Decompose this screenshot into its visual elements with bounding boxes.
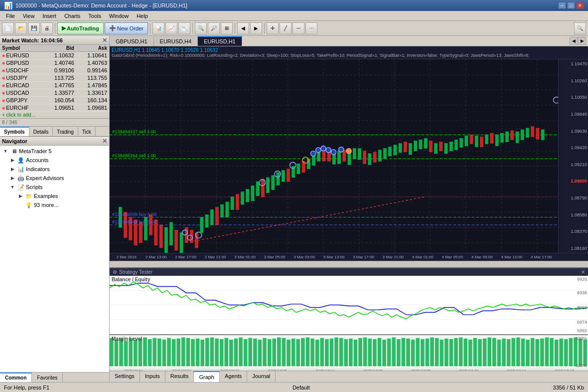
new-order-button[interactable]: ➕ New Order [105,22,148,34]
svg-text:#138484337 sell 3.00: #138484337 sell 3.00 [112,129,156,134]
mw-symbol-name: USDCHF [6,67,29,73]
navigator-close[interactable]: ✕ [102,138,107,145]
strategy-tab-graph[interactable]: Graph [194,371,220,382]
nav-item-examples[interactable]: ▶ 📁 Examples [1,192,108,200]
market-watch-row[interactable]: ◆ EURUSD 1.10632 1.10641 [0,52,109,59]
svg-rect-41 [175,230,178,250]
chart-tab-gbpusd[interactable]: GBPUSD,H1 [110,36,154,46]
chart-tab-eurusd-h4[interactable]: EURUSD,H4 [154,36,198,46]
autotrading-icon: ▶ [62,25,66,31]
margin-y-520: 520% [576,336,587,341]
time-14: 4 Mar 17:00 [527,255,556,259]
price-label-3: 1.09840 [560,112,587,117]
nav-item-scripts[interactable]: ▼ 📝 Scripts [1,183,108,192]
nav-expand-mt5: ▼ [2,148,9,155]
market-watch-row[interactable]: ◆ USDCAD 1.33577 1.33617 [0,89,109,97]
svg-rect-75 [312,155,315,165]
nav-tab-common[interactable]: Common [0,373,32,382]
menu-view[interactable]: View [19,12,39,20]
svg-rect-228 [497,340,501,366]
autotrading-button[interactable]: ▶ AutoTrading [57,22,104,34]
toolbar-hline-btn[interactable]: ─ [293,22,304,34]
menu-insert[interactable]: Insert [38,12,60,20]
mw-tab-details[interactable]: Details [29,127,53,136]
menu-file[interactable]: File [2,12,19,20]
svg-point-89 [339,147,344,152]
nav-tab-favorites[interactable]: Favorites [32,373,63,382]
maximize-button[interactable]: □ [567,2,575,9]
close-button[interactable]: ✕ [576,2,584,9]
toolbar-candle-btn[interactable]: 📈 [165,22,177,34]
nav-item-indicators[interactable]: ▶ 📊 Indicators [1,165,108,174]
menubar: File View Insert Charts Tools Window Hel… [0,11,588,21]
menu-charts[interactable]: Charts [60,12,84,20]
market-watch-row[interactable]: ◆ EURCHF 1.09651 1.09681 [0,104,109,112]
chart-scrollbar[interactable] [110,261,588,267]
mw-symbol-name: GBPJPY [6,97,27,103]
toolbar-print-btn[interactable]: 🖨 [41,22,53,34]
svg-rect-220 [459,338,463,367]
svg-rect-224 [478,339,482,366]
market-watch-row[interactable]: ◆ GBPUSD 1.40746 1.40763 [0,59,109,67]
nav-item-accounts[interactable]: ▶ 👤 Accounts [1,156,108,165]
mw-tab-symbols[interactable]: Symbols [0,127,29,136]
market-watch-row[interactable]: ◆ GBPJPY 160.054 160.134 [0,97,109,104]
market-watch-row[interactable]: ◆ EURCAD 1.47765 1.47845 [0,82,109,89]
toolbar-line-tool-btn[interactable]: ╱ [280,22,292,34]
strategy-tab-agents[interactable]: Agents [220,371,247,382]
toolbar-more-btn[interactable]: ⋯ [305,22,317,34]
toolbar-scroll-right-btn[interactable]: ▶ [250,22,262,34]
toolbar-zoom-out-btn[interactable]: 🔎 [208,22,220,34]
toolbar-fit-btn[interactable]: ⊞ [221,22,233,34]
toolbar-bar-chart-btn[interactable]: 📊 [152,22,164,34]
svg-rect-120 [506,132,509,142]
price-label-0: 1.10470 [560,61,587,66]
market-watch-row[interactable]: ◆ USDCHF 0.99106 0.99146 [0,67,109,74]
toolbar-scroll-left-btn[interactable]: ◀ [237,22,249,34]
chart-prev-btn[interactable]: ◀ [570,37,578,45]
toolbar-line-btn[interactable]: 📉 [178,22,190,34]
nav-item-ea[interactable]: ▶ 🤖 Expert Advisors [1,174,108,183]
svg-rect-221 [463,339,467,367]
add-symbol-row[interactable]: + click to add... [0,112,109,118]
chart-next-btn[interactable]: ▶ [578,37,586,45]
toolbar-search-btn[interactable]: 🔍 [574,22,586,34]
toolbar-open-btn[interactable]: 📂 [15,22,27,34]
menu-tools[interactable]: Tools [84,12,105,20]
toolbar-save-btn[interactable]: 💾 [28,22,40,34]
mw-tab-tick[interactable]: Tick [78,127,96,136]
mw-tab-trading[interactable]: Trading [53,127,78,136]
toolbar-new-btn[interactable]: 📄 [2,22,14,34]
svg-rect-109 [449,142,452,151]
strategy-tab-inputs[interactable]: Inputs [140,371,165,382]
strategy-tab-settings[interactable]: Settings [110,371,140,382]
svg-rect-81 [343,150,346,161]
toolbar-crosshair-btn[interactable]: ✛ [267,22,279,34]
market-watch-row[interactable]: ◆ USDJPY 113.725 113.755 [0,74,109,82]
svg-rect-189 [310,339,314,367]
svg-rect-167 [205,338,209,367]
menu-window[interactable]: Window [105,12,133,20]
mw-symbol-cell: ◆ EURUSD [0,52,43,59]
time-11: 4 Mar 05:00 [438,255,467,259]
market-watch-close[interactable]: ✕ [102,37,107,44]
strategy-tester-close[interactable]: ✕ [581,269,585,275]
nav-label-indicators: Indicators [26,166,50,172]
strategy-tab-results[interactable]: Results [165,371,194,382]
nav-item-mt5[interactable]: ▼ 🖥 MetaTrader 5 [1,147,108,156]
svg-rect-49 [200,217,203,233]
minimize-button[interactable]: ─ [558,2,566,9]
separator5 [264,23,265,34]
price-chart-wrapper: #138484337 sell 3.00 #138485364 sell 1.0… [110,59,588,253]
mw-symbol-cell: ◆ EURCHF [0,104,43,112]
equity-chart-area: Balance / Equity 9920 8938 7956 6974 599… [110,276,588,334]
strategy-tab-journal[interactable]: Journal [247,371,276,382]
nav-item-more[interactable]: 💡 93 more... [1,200,108,209]
chart-content: EURUSD,H1 1.10645 1.10670 1.10626 1.1063… [110,46,588,382]
menu-help[interactable]: Help [133,12,152,20]
svg-rect-114 [475,136,478,147]
price-axis: 1.10470 1.10260 1.10050 1.09840 1.09630 … [558,59,588,253]
time-9: 3 Mar 21:00 [378,255,408,259]
chart-tab-eurusd-h1[interactable]: EURUSD,H1 [198,36,242,46]
toolbar-zoom-in-btn[interactable]: 🔍 [195,22,207,34]
